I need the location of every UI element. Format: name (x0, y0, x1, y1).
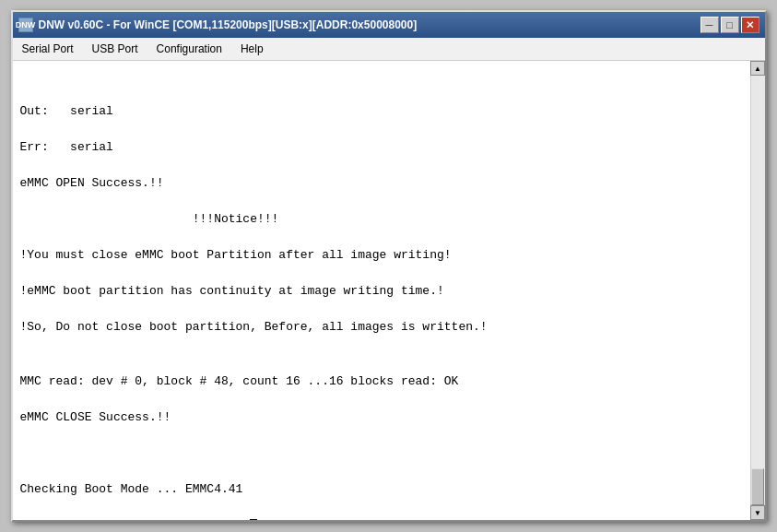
terminal-line: eMMC OPEN Success.!! (20, 174, 743, 193)
terminal-line: Checking Boot Mode ... EMMC4.41 (20, 480, 743, 499)
terminal-line: eMMC CLOSE Success.!! (20, 408, 743, 427)
terminal-line (20, 390, 743, 408)
terminal-line: !You must close eMMC boot Partition afte… (20, 246, 743, 265)
scroll-thumb[interactable] (751, 468, 764, 505)
terminal-line: Err: serial (20, 138, 743, 157)
scroll-track (751, 76, 765, 505)
menu-item-help[interactable]: Help (231, 40, 273, 58)
terminal-line (20, 498, 743, 516)
terminal-line: Out: serial (20, 102, 743, 121)
terminal-line: !So, Do not close boot partition, Before… (20, 318, 743, 337)
terminal-line (20, 193, 743, 211)
terminal-line: !!!Notice!!! (20, 210, 743, 229)
terminal-line: !eMMC boot partition has continuity at i… (20, 282, 743, 301)
terminal-line (20, 337, 743, 355)
title-bar-left: DNW DNW v0.60C - For WinCE [COM1,115200b… (18, 18, 418, 32)
minimize-button[interactable]: ─ (700, 17, 719, 33)
scrollbar: ▲ ▼ (750, 61, 765, 520)
terminal-line (20, 157, 743, 175)
main-window: DNW DNW v0.60C - For WinCE [COM1,115200b… (11, 10, 767, 522)
terminal-line (20, 462, 743, 480)
close-button[interactable]: ✕ (741, 17, 759, 33)
menu-item-usb-port[interactable]: USB Port (83, 40, 147, 58)
terminal-output: Out: serial Err: serial eMMC OPEN Succes… (13, 61, 750, 520)
terminal-line: MMC read: dev # 0, block # 48, count 16 … (20, 372, 743, 391)
terminal-line (20, 121, 743, 139)
title-bar: DNW DNW v0.60C - For WinCE [COM1,115200b… (13, 12, 765, 38)
cursor (250, 519, 257, 521)
menu-item-serial-port[interactable]: Serial Port (13, 40, 83, 58)
terminal-line (20, 444, 743, 463)
title-controls: ─ □ ✕ (700, 17, 759, 33)
terminal-line (20, 426, 743, 444)
terminal-line (20, 301, 743, 319)
scroll-up-arrow[interactable]: ▲ (750, 61, 765, 76)
terminal-line (20, 265, 743, 283)
menu-item-configuration[interactable]: Configuration (147, 40, 231, 58)
menu-bar: Serial PortUSB PortConfigurationHelp (13, 38, 765, 61)
terminal-line: Hit any key to stop autoboot: 2 (20, 516, 743, 521)
scroll-down-arrow[interactable]: ▼ (750, 505, 765, 520)
restore-button[interactable]: □ (721, 17, 739, 33)
window-title: DNW v0.60C - For WinCE [COM1,115200bps][… (39, 18, 418, 31)
app-icon: DNW (18, 18, 33, 32)
terminal-line (20, 229, 743, 247)
content-area: Out: serial Err: serial eMMC OPEN Succes… (13, 61, 765, 520)
terminal-line (20, 354, 743, 372)
